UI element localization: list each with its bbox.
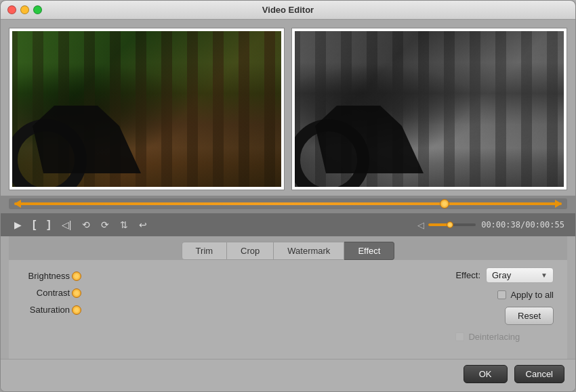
timeline-thumb[interactable] xyxy=(440,199,449,209)
undo-button[interactable]: ↩ xyxy=(136,218,150,232)
deinterlacing-checkbox[interactable] xyxy=(455,332,464,341)
main-content: ▶ [ ] ◁| ⟲ ⟳ ⇅ ↩ ◁ 00:00:38/00:00:55 Tri… xyxy=(1,20,575,359)
volume-thumb[interactable] xyxy=(447,221,453,228)
tab-crop[interactable]: Crop xyxy=(227,242,274,260)
window-controls xyxy=(7,5,42,14)
dropdown-arrow-icon: ▼ xyxy=(541,271,548,279)
close-button[interactable] xyxy=(7,5,16,14)
cancel-button[interactable]: Cancel xyxy=(514,365,564,383)
main-window: Video Editor xyxy=(0,0,576,392)
video-previews xyxy=(9,28,567,190)
effect-video-preview xyxy=(295,31,564,187)
effect-dropdown[interactable]: Gray ▼ xyxy=(486,267,554,283)
volume-icon: ◁ xyxy=(417,220,424,230)
rotate-right-button[interactable]: ⟳ xyxy=(98,218,112,232)
contrast-thumb[interactable] xyxy=(72,288,81,298)
time-display: 00:00:38/00:00:55 xyxy=(481,220,564,230)
deinterlacing-label: Deinterlacing xyxy=(468,332,520,342)
timeline-track xyxy=(14,202,562,205)
effect-video-frame xyxy=(291,28,567,190)
reset-button[interactable]: Reset xyxy=(505,307,554,325)
prev-frame-button[interactable]: ◁| xyxy=(59,218,75,232)
timeline-end-marker xyxy=(555,200,562,208)
window-title: Video Editor xyxy=(262,5,314,15)
bracket-open-button[interactable]: [ xyxy=(30,217,39,232)
title-bar: Video Editor xyxy=(1,1,575,20)
timeline-section xyxy=(1,196,575,213)
effect-label: Effect: xyxy=(455,270,480,280)
saturation-label: Saturation xyxy=(22,305,70,315)
sliders-section: Brightness Contrast xyxy=(22,271,77,315)
effect-selector-row: Effect: Gray ▼ xyxy=(455,267,554,283)
bracket-close-button[interactable]: ] xyxy=(44,217,53,232)
rotate-left-button[interactable]: ⟲ xyxy=(79,218,93,232)
play-button[interactable]: ▶ xyxy=(12,218,24,232)
brightness-thumb[interactable] xyxy=(72,271,81,281)
apply-all-label: Apply to all xyxy=(510,290,554,300)
volume-section: ◁ xyxy=(417,220,476,230)
maximize-button[interactable] xyxy=(33,5,42,14)
controls-bottom: Brightness Contrast xyxy=(22,271,554,351)
minimize-button[interactable] xyxy=(20,5,29,14)
ok-button[interactable]: OK xyxy=(464,365,508,383)
effect-panel: Brightness Contrast xyxy=(9,260,567,359)
brightness-label: Brightness xyxy=(22,271,70,281)
original-video-preview xyxy=(12,31,281,187)
volume-slider[interactable] xyxy=(428,223,476,226)
apply-all-row: Apply to all xyxy=(455,290,554,300)
tabs-bar: Trim Crop Watermark Effect xyxy=(9,236,567,260)
effect-dropdown-value: Gray xyxy=(492,270,511,280)
tab-trim[interactable]: Trim xyxy=(182,242,228,260)
saturation-thumb[interactable] xyxy=(72,305,81,315)
saturation-row: Saturation xyxy=(22,305,77,315)
transport-bar: ▶ [ ] ◁| ⟲ ⟳ ⇅ ↩ ◁ 00:00:38/00:00:55 xyxy=(1,213,575,236)
contrast-row: Contrast xyxy=(22,288,77,298)
timeline-bar[interactable] xyxy=(9,198,567,209)
right-controls: Effect: Gray ▼ Apply to all Reset xyxy=(455,267,554,342)
brightness-row: Brightness xyxy=(22,271,77,281)
bottom-bar: OK Cancel xyxy=(1,359,575,391)
contrast-label: Contrast xyxy=(22,288,70,298)
deinterlacing-row: Deinterlacing xyxy=(455,332,554,342)
tab-effect[interactable]: Effect xyxy=(344,242,394,260)
tab-watermark[interactable]: Watermark xyxy=(274,242,344,260)
apply-all-checkbox[interactable] xyxy=(497,290,506,299)
flip-button[interactable]: ⇅ xyxy=(117,218,131,232)
original-video-frame xyxy=(9,28,285,190)
